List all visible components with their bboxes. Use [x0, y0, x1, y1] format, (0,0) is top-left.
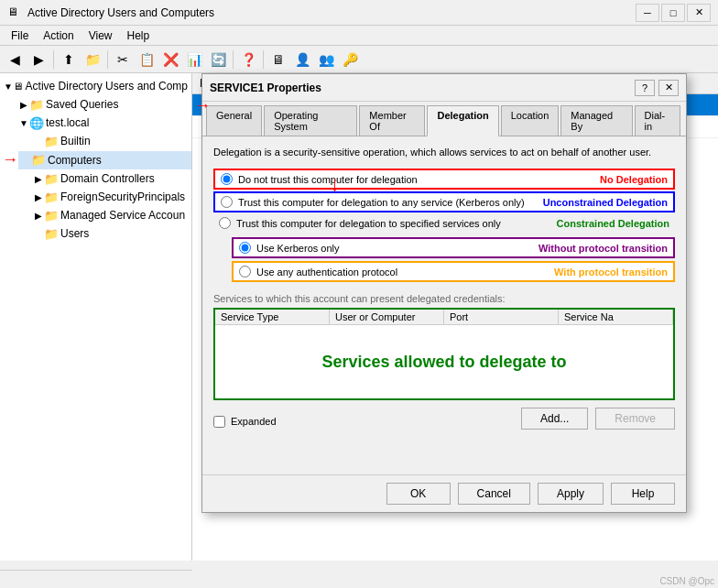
foreign-expand[interactable]: ▶ [33, 191, 44, 202]
tab-member-of[interactable]: Member Of [359, 105, 425, 136]
services-label: Services to which this account can prese… [213, 293, 675, 304]
add-button[interactable]: Add... [521, 408, 588, 430]
toolbar-separator-1 [53, 50, 54, 69]
delete-button[interactable]: ❌ [159, 49, 181, 71]
sub-option-kerberos[interactable]: Use Kerberos only Without protocol trans… [232, 237, 675, 258]
user-button[interactable]: 👤 [291, 49, 313, 71]
minimize-button[interactable]: ─ [636, 4, 659, 22]
delegation-arrow: ↓ [330, 172, 340, 196]
managed-expand[interactable]: ▶ [33, 210, 44, 221]
group-button[interactable]: 👥 [315, 49, 337, 71]
sub-option-any-auth[interactable]: Use any authentication protocol With pro… [232, 261, 675, 282]
radio-constrained[interactable] [219, 217, 231, 229]
toolbar: ◀ ▶ ⬆ 📁 ✂ 📋 ❌ 📊 🔄 ❓ 🖥 👤 👥 🔑 [0, 46, 718, 73]
computers-label: Computers [48, 154, 102, 167]
help-button[interactable]: ❓ [237, 49, 259, 71]
computer-button[interactable]: 🖥 [267, 49, 289, 71]
tree-builtin[interactable]: 📁 Builtin [0, 132, 191, 150]
menu-view[interactable]: View [82, 27, 120, 44]
tab-general[interactable]: General [206, 105, 262, 136]
close-button[interactable]: ✕ [687, 4, 711, 22]
tab-managed-by[interactable]: Managed By [560, 105, 632, 136]
tab-dial-in[interactable]: Dial-in [635, 105, 680, 136]
tree-domain-controllers[interactable]: ▶ 📁 Domain Controllers [0, 169, 191, 188]
testlocal-icon: 🌐 [29, 115, 44, 130]
forward-button[interactable]: ▶ [27, 49, 49, 71]
status-bar [0, 570, 192, 588]
app-icon: 🖥 [7, 5, 22, 20]
builtin-icon: 📁 [44, 134, 59, 148]
root-expand[interactable]: ▼ [4, 81, 13, 92]
tree-testlocal[interactable]: ▼ 🌐 test.local [0, 114, 191, 132]
unconstrained-badge: Unconstrained Delegation [543, 197, 668, 208]
dc-expand[interactable]: ▶ [33, 173, 44, 184]
menu-help[interactable]: Help [120, 27, 158, 44]
refresh-button[interactable]: 🔄 [207, 49, 229, 71]
dialog-help-button[interactable]: ? [635, 80, 655, 96]
menu-action[interactable]: Action [36, 27, 81, 44]
tree-root[interactable]: ▼ 🖥 Active Directory Users and Comp [0, 77, 191, 95]
dialog-title-bar: SERVICE1 Properties ? ✕ [202, 74, 686, 102]
kerberos-badge: Without protocol transition [538, 243, 668, 254]
tab-operating-system[interactable]: Operating System [264, 105, 357, 136]
bottom-controls: Expanded Add... Remove [213, 408, 675, 430]
tree-managed[interactable]: ▶ 📁 Managed Service Accoun [0, 206, 191, 224]
services-col-user[interactable]: User or Computer [330, 310, 444, 324]
testlocal-expand[interactable]: ▼ [18, 117, 29, 128]
dc-icon: 📁 [44, 171, 59, 186]
any-auth-badge: With protocol transition [554, 267, 668, 278]
dialog-controls: ? ✕ [635, 80, 679, 96]
ok-button[interactable]: OK [386, 483, 451, 505]
back-button[interactable]: ◀ [4, 49, 26, 71]
cut-button[interactable]: ✂ [112, 49, 134, 71]
testlocal-label: test.local [46, 116, 89, 129]
tree-saved-queries[interactable]: ▶ 📁 Saved Queries [0, 95, 191, 114]
help-footer-button[interactable]: Help [611, 483, 675, 505]
option-unconstrained[interactable]: Trust this computer for delegation to an… [213, 191, 675, 212]
tree-users[interactable]: 📁 Users [0, 224, 191, 243]
delegation-description: Delegation is a security-sensitive opera… [213, 146, 675, 159]
option-constrained[interactable]: Trust this computer for delegation to sp… [213, 214, 675, 232]
tree-foreign[interactable]: ▶ 📁 ForeignSecurityPrincipals [0, 188, 191, 206]
copy-button[interactable]: 📋 [136, 49, 158, 71]
services-table: Service Type User or Computer Port Servi… [213, 308, 675, 400]
managed-icon: 📁 [44, 208, 59, 223]
properties-button[interactable]: 📊 [183, 49, 205, 71]
maximize-button[interactable]: □ [661, 4, 685, 22]
radio-unconstrained[interactable] [221, 196, 233, 208]
dialog-close-button[interactable]: ✕ [658, 80, 679, 96]
tab-location[interactable]: Location [501, 105, 560, 136]
constrained-badge: Constrained Delegation [557, 218, 669, 229]
option-no-delegation[interactable]: Do not trust this computer for delegatio… [213, 169, 675, 190]
cancel-button[interactable]: Cancel [458, 483, 530, 505]
no-delegation-label: Do not trust this computer for delegatio… [238, 174, 418, 185]
services-col-port[interactable]: Port [444, 310, 559, 324]
delegation-options: Do not trust this computer for delegatio… [213, 169, 675, 286]
saved-queries-expand[interactable]: ▶ [18, 99, 29, 110]
window-title: Active Directory Users and Computers [27, 6, 636, 19]
expanded-checkbox[interactable] [213, 416, 225, 428]
services-col-name[interactable]: Service Na [559, 310, 673, 324]
filter-button[interactable]: 🔑 [339, 49, 361, 71]
radio-no-delegation[interactable] [221, 173, 233, 185]
toolbar-separator-2 [107, 50, 108, 69]
menu-file[interactable]: File [4, 27, 36, 44]
services-table-header: Service Type User or Computer Port Servi… [215, 310, 673, 325]
services-col-type[interactable]: Service Type [215, 310, 330, 324]
radio-kerberos[interactable] [239, 242, 251, 254]
sub-options: Use Kerberos only Without protocol trans… [232, 237, 675, 282]
foreign-label: ForeignSecurityPrincipals [60, 191, 185, 203]
saved-queries-icon: 📁 [29, 97, 44, 112]
radio-any-auth[interactable] [239, 266, 251, 278]
up-button[interactable]: ⬆ [58, 49, 80, 71]
services-body: Services allowed to delegate to [215, 325, 673, 398]
users-label: Users [60, 227, 89, 240]
root-icon: 🖥 [13, 79, 24, 93]
properties-dialog: SERVICE1 Properties ? ✕ General Operatin… [201, 73, 687, 513]
folder-button[interactable]: 📁 [82, 49, 103, 71]
tab-delegation[interactable]: Delegation [427, 105, 498, 136]
apply-button[interactable]: Apply [538, 483, 604, 505]
remove-button[interactable]: Remove [595, 408, 675, 430]
tree-computers[interactable]: 📁 Computers [18, 151, 191, 169]
dc-label: Domain Controllers [60, 172, 155, 185]
